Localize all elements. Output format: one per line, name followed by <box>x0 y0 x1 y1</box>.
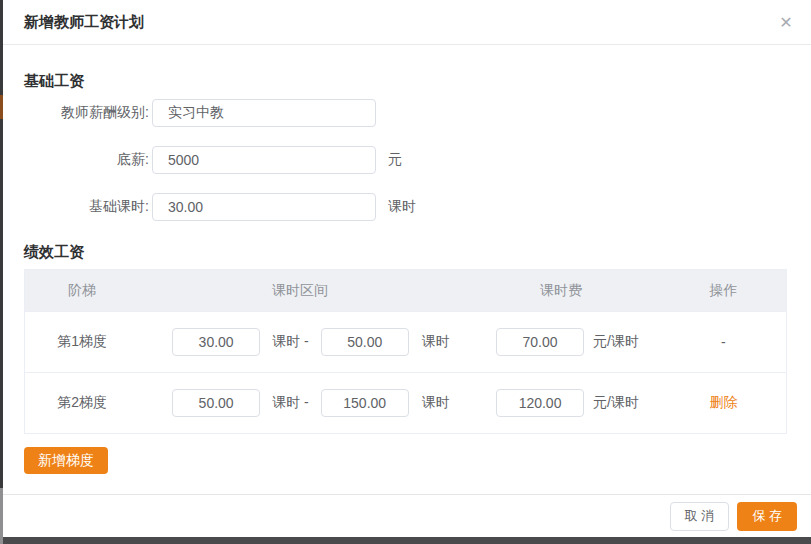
tier2-range-to-input[interactable] <box>321 389 409 417</box>
tier1-range-from-input[interactable] <box>172 328 260 356</box>
page-left-edge <box>0 0 3 544</box>
basic-salary-form: 教师薪酬级别: 底薪: 元 基础课时: 课时 <box>24 99 790 221</box>
range-column-header: 课时区间 <box>139 270 461 312</box>
tier-table-header-row: 阶梯 课时区间 课时费 操作 <box>25 270 787 312</box>
base-salary-label: 底薪: <box>24 151 149 169</box>
base-hours-unit: 课时 <box>388 198 416 216</box>
page-left-edge-light <box>0 488 3 544</box>
salary-level-input[interactable] <box>152 99 376 127</box>
fee-column-header: 课时费 <box>461 270 661 312</box>
tier1-fee-input[interactable] <box>496 328 584 356</box>
tier2-range-separator: 课时 - <box>272 394 309 412</box>
tier2-range-cell: 课时 - 课时 <box>139 389 461 417</box>
base-salary-row: 底薪: 元 <box>24 146 790 174</box>
tier1-range-unit: 课时 <box>422 333 450 351</box>
base-salary-input[interactable] <box>152 146 376 174</box>
salary-level-label: 教师薪酬级别: <box>24 104 149 122</box>
tier2-name: 第2梯度 <box>25 373 140 434</box>
base-salary-unit: 元 <box>388 151 402 169</box>
add-tier-button[interactable]: 新增梯度 <box>24 447 108 474</box>
dialog-body: 基础工资 教师薪酬级别: 底薪: 元 基础课时: 课时 绩效工资 <box>3 72 811 474</box>
page-bottom-edge <box>0 537 811 544</box>
tier2-range-unit: 课时 <box>422 394 450 412</box>
salary-level-row: 教师薪酬级别: <box>24 99 790 127</box>
page-left-edge-accent <box>0 95 3 119</box>
tier1-no-action: - <box>721 334 726 350</box>
performance-salary-heading: 绩效工资 <box>24 243 790 260</box>
tier1-range-separator: 课时 - <box>272 333 309 351</box>
close-icon[interactable]: ✕ <box>775 12 797 34</box>
base-hours-label: 基础课时: <box>24 198 149 216</box>
basic-salary-heading: 基础工资 <box>24 72 790 89</box>
action-column-header: 操作 <box>661 270 787 312</box>
tier2-range-from-input[interactable] <box>172 389 260 417</box>
tier1-range-cell: 课时 - 课时 <box>139 328 461 356</box>
tier-column-header: 阶梯 <box>25 270 140 312</box>
table-row: 第1梯度 课时 - 课时 元/课时 <box>25 312 787 373</box>
save-button[interactable]: 保 存 <box>737 502 797 531</box>
dialog-footer: 取 消 保 存 <box>3 494 811 537</box>
base-hours-input[interactable] <box>152 193 376 221</box>
tier2-fee-input[interactable] <box>496 389 584 417</box>
tier2-fee-cell: 元/课时 <box>461 389 661 417</box>
tier1-name: 第1梯度 <box>25 312 140 373</box>
tier-table: 阶梯 课时区间 课时费 操作 第1梯度 课时 - 课时 <box>24 269 787 434</box>
tier1-fee-cell: 元/课时 <box>461 328 661 356</box>
table-row: 第2梯度 课时 - 课时 元/课时 <box>25 373 787 434</box>
dialog-header: 新增教师工资计划 ✕ <box>3 0 811 45</box>
tier1-range-to-input[interactable] <box>321 328 409 356</box>
dialog-title: 新增教师工资计划 <box>24 13 144 32</box>
base-hours-row: 基础课时: 课时 <box>24 193 790 221</box>
add-teacher-salary-plan-dialog: 新增教师工资计划 ✕ 基础工资 教师薪酬级别: 底薪: 元 基础课时: 课时 绩… <box>3 0 811 537</box>
cancel-button[interactable]: 取 消 <box>670 502 730 531</box>
tier2-fee-unit: 元/课时 <box>593 394 639 412</box>
tier2-delete-link[interactable]: 删除 <box>709 394 737 410</box>
tier1-fee-unit: 元/课时 <box>593 333 639 351</box>
